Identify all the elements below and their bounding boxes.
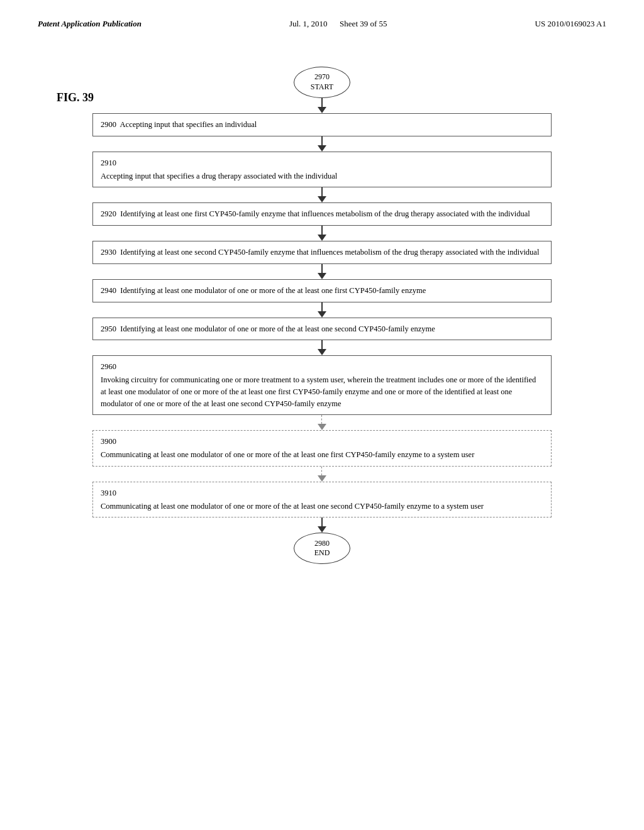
step-2930: 2930 Identifying at least one second CYP… (92, 241, 552, 264)
step-3900-text: Communicating at least one modulator of … (101, 449, 543, 461)
dashed-arrow-2 (318, 467, 326, 482)
step-2940-text: 2940 Identifying at least one modulator … (101, 285, 543, 297)
step-3900: 3900 Communicating at least one modulato… (92, 430, 552, 467)
header-patent-number: US 2010/0169023 A1 (535, 19, 606, 29)
step-2900-text: Accepting input that specifies an indivi… (120, 120, 257, 129)
step-3900-number: 3900 (101, 436, 543, 448)
step-3910: 3910 Communicating at least one modulato… (92, 482, 552, 518)
step-2910: 2910 Accepting input that specifies a dr… (92, 152, 552, 188)
step-2900: 2900 Accepting input that specifies an i… (92, 113, 552, 136)
header-publication-label: Patent Application Publication (38, 19, 142, 29)
start-oval: 2970 START (294, 67, 350, 98)
end-label: END (314, 548, 330, 558)
arrow-line (321, 98, 323, 107)
step-2960-number: 2960 (101, 361, 543, 373)
step-2910-text: Accepting input that specifies a drug th… (101, 170, 543, 182)
end-oval: 2980 END (294, 533, 350, 564)
step-2900-number: 2900 (101, 120, 120, 129)
step-2960: 2960 Invoking circuitry for communicatin… (92, 355, 552, 415)
page-header: Patent Application Publication Jul. 1, 2… (38, 19, 606, 29)
step-2920-text: 2920 Identifying at least one first CYP4… (101, 208, 543, 220)
arrow-head (318, 107, 326, 113)
arrow-1 (318, 98, 326, 113)
arrow-7 (318, 340, 326, 355)
arrow-end (318, 517, 326, 533)
end-number: 2980 (314, 539, 330, 549)
start-label: START (311, 82, 333, 92)
start-number: 2970 (314, 72, 330, 82)
arrow-3 (318, 187, 326, 202)
step-2950-text: 2950 Identifying at least one modulator … (101, 323, 543, 335)
step-2960-text: Invoking circuitry for communicating one… (101, 374, 543, 409)
step-2930-text: 2930 Identifying at least one second CYP… (101, 246, 543, 258)
dashed-arrow-1 (318, 415, 326, 430)
arrow-6 (318, 302, 326, 318)
step-2950: 2950 Identifying at least one modulator … (92, 318, 552, 341)
figure-label: FIG. 39 (57, 91, 94, 104)
arrow-2 (318, 136, 326, 152)
step-3910-text: Communicating at least one modulator of … (101, 501, 543, 512)
arrow-5 (318, 264, 326, 279)
flowchart: 2970 START 2900 Accepting input that spe… (38, 67, 606, 564)
step-3910-number: 3910 (101, 487, 543, 499)
step-2920: 2920 Identifying at least one first CYP4… (92, 202, 552, 226)
step-2940: 2940 Identifying at least one modulator … (92, 279, 552, 302)
header-date: Jul. 1, 2010 (289, 19, 328, 28)
step-2910-number: 2910 (101, 157, 543, 169)
header-sheet: Sheet 39 of 55 (340, 19, 387, 28)
arrow-4 (318, 226, 326, 241)
header-date-sheet: Jul. 1, 2010 Sheet 39 of 55 (289, 19, 387, 29)
